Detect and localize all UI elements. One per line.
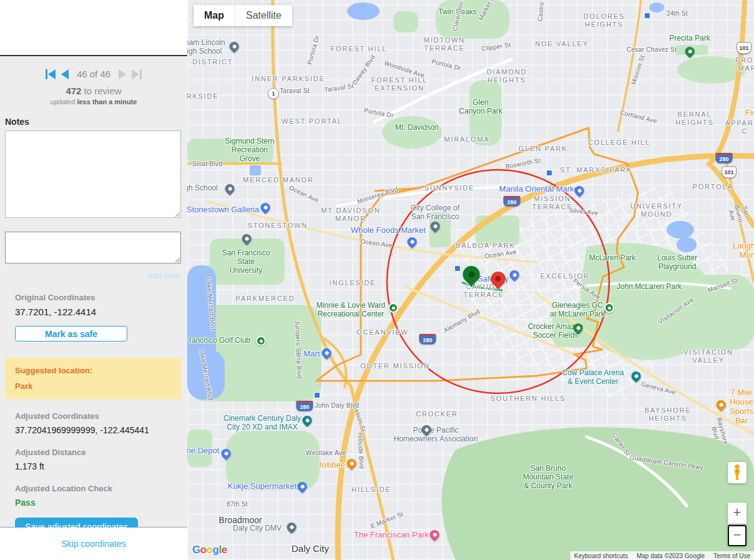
map-type-satellite-button[interactable]: Satellite [235,5,292,26]
poi-school[interactable] [230,42,239,51]
pagination-label: 46 of 46 [77,69,110,79]
poi-shopping[interactable] [222,449,231,458]
poi-shopping[interactable] [298,482,307,491]
poi-school-shape [223,182,236,195]
poi-shopping-shape [320,346,333,360]
poi-golf-dot[interactable] [604,303,614,313]
previous-page-icon[interactable] [61,69,69,79]
poi-cinema-shape [300,414,313,427]
map-type-map-button[interactable]: Map [193,5,235,26]
poi-association-shape [419,423,433,436]
pagination: 46 of 46 [0,69,187,79]
map-data-text: Map data ©2023 Google [637,553,705,559]
google-logo-letter: o [207,544,213,556]
poi-school-shape [227,40,240,53]
original-coordinates-value: 37.7201, -122.4414 [15,307,187,317]
poi-shopping[interactable] [322,348,331,358]
original-location-pin-shape [488,268,509,289]
add-note-button[interactable]: Add note [0,271,180,280]
poi-school[interactable] [242,234,252,243]
poi-golf-dot[interactable] [256,336,266,346]
adjusted-coordinates-label: Adjusted Coordinates [15,411,187,421]
adjusted-distance-label: Adjusted Distance [15,448,187,457]
poi-restaurant-shape [345,457,358,470]
note-textarea[interactable] [5,130,181,218]
poi-restaurant-shape [714,398,727,411]
poi-school-shape [240,232,253,245]
poi-venue-shape [629,370,642,383]
map-type-control: Map Satellite [193,5,292,26]
google-map[interactable]: FOREST HILLMIDTOWN TERRACEDOLORES HEIGHT… [187,0,754,560]
suggested-location-pin[interactable] [463,266,480,283]
poi-government[interactable] [287,523,296,532]
review-count-line: 472 to review [0,86,187,96]
transit-station[interactable] [314,392,320,398]
poi-shopping[interactable] [510,270,519,280]
poi-park[interactable] [685,47,695,56]
suggested-location-box: Suggested location: Park [5,358,181,399]
notes-label: Notes [5,117,187,127]
terms-of-use-link[interactable]: Terms of Use [713,553,750,559]
poi-park-shape [683,45,696,58]
zoom-out-button[interactable]: − [728,525,747,546]
suggested-location-value: Park [15,381,181,391]
original-coordinates-label: Original Coordinates [15,293,187,302]
transit-station[interactable] [546,170,552,176]
keyboard-shortcuts-link[interactable]: Keyboard shortcuts [574,553,628,559]
pegman-control[interactable] [728,462,747,483]
poi-shopping-shape [295,480,308,493]
skip-coordinates-link[interactable]: Skip coordinates [61,539,126,549]
original-location-pin[interactable] [491,272,506,286]
review-suffix: to review [84,86,122,96]
first-page-icon[interactable] [46,69,56,79]
review-count: 472 [66,86,81,96]
poi-restaurant[interactable] [347,459,356,468]
poi-cinema[interactable] [303,416,312,425]
pegman-icon [730,464,744,480]
poi-lodging-shape [428,528,441,541]
transit-station[interactable] [454,265,461,272]
poi-school[interactable] [431,222,440,231]
poi-school-shape [428,220,441,233]
poi-shopping-shape [219,447,232,460]
poi-shopping[interactable] [261,203,270,212]
suggested-location-title: Suggested location: [15,366,181,375]
next-page-icon[interactable] [119,69,126,79]
poi-shopping-shape [405,235,418,248]
review-sidebar: 46 of 46 472 to review updated less than… [0,0,187,560]
updated-line: updated less than a minute [0,98,187,106]
suggested-location-pin-shape [459,262,483,286]
google-logo-letter: g [213,544,219,556]
poi-association[interactable] [422,425,431,435]
poi-park-shape [571,322,584,335]
poi-shopping-shape [572,184,585,197]
google-logo-letter: o [200,544,207,556]
poi-shopping[interactable] [408,237,417,247]
google-logo-letter: G [192,544,200,556]
poi-school[interactable] [225,184,235,194]
poi-park[interactable] [574,323,583,333]
poi-shopping[interactable] [575,186,584,195]
last-page-icon[interactable] [132,69,142,79]
mark-as-safe-button[interactable]: Mark as safe [15,326,127,341]
poi-shopping-shape [258,201,272,214]
note-secondary-textarea[interactable] [5,232,181,263]
adjusted-coordinates-value: 37.72041969999999, -122.445441 [15,425,187,435]
poi-park-dot[interactable] [388,303,398,313]
coordinate-review-panel: 46 of 46 472 to review updated less than… [0,55,187,528]
google-logo-letter: e [222,544,227,556]
poi-shopping-shape [507,268,521,282]
adjusted-check-status: Pass [15,498,187,508]
zoom-in-button[interactable]: + [728,503,747,524]
poi-restaurant[interactable] [717,400,726,410]
poi-government-shape [285,521,298,534]
map-attribution: Keyboard shortcuts Map data ©2023 Google… [570,551,754,560]
poi-lodging[interactable] [430,530,439,539]
adjusted-check-label: Adjusted Location Check [15,484,187,493]
google-logo[interactable]: Google [192,544,227,556]
skip-row: Skip coordinates [0,528,187,560]
transit-station[interactable] [644,12,650,19]
adjusted-distance-value: 1,173 ft [15,461,187,471]
poi-venue[interactable] [632,371,641,381]
